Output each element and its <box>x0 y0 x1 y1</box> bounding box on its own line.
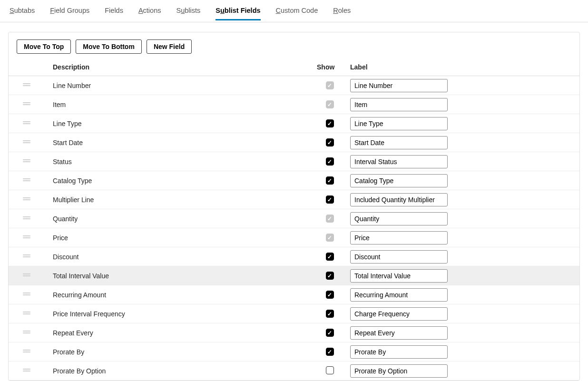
show-checkbox[interactable]: ✓ <box>326 291 334 299</box>
label-input[interactable] <box>350 174 448 187</box>
show-checkbox[interactable]: ✓ <box>326 195 334 204</box>
sublist-fields-panel: Move To Top Move To Bottom New Field Des… <box>8 32 580 381</box>
drag-handle-icon[interactable] <box>23 350 30 354</box>
label-input[interactable] <box>350 231 448 244</box>
table-row[interactable]: Status✓ <box>9 152 579 171</box>
label-input[interactable] <box>350 136 448 149</box>
description-cell: Price Interval Frequency <box>49 304 313 323</box>
table-row[interactable]: Price Interval Frequency✓ <box>9 304 579 323</box>
label-input[interactable] <box>350 364 448 378</box>
drag-handle-icon[interactable] <box>23 254 30 259</box>
table-row[interactable]: Line Number✓ <box>9 76 579 95</box>
table-row[interactable]: Catalog Type✓ <box>9 171 579 190</box>
table-row[interactable]: Start Date✓ <box>9 133 579 152</box>
drag-handle-icon[interactable] <box>23 121 30 126</box>
label-input[interactable] <box>350 98 448 111</box>
label-input[interactable] <box>350 117 448 130</box>
label-input[interactable] <box>350 250 448 264</box>
drag-handle-icon[interactable] <box>23 274 30 278</box>
tab-field-groups[interactable]: Field Groups <box>50 7 89 19</box>
tab-subtabs[interactable]: Subtabs <box>10 7 35 19</box>
tab-sublists[interactable]: Sublists <box>176 7 200 19</box>
tab-sublist-fields[interactable]: Sublist Fields <box>216 7 260 20</box>
label-input[interactable] <box>350 345 448 359</box>
label-input[interactable] <box>350 79 448 92</box>
table-row[interactable]: Prorate By✓ <box>9 342 579 361</box>
description-cell: Line Number <box>49 76 313 95</box>
show-checkbox[interactable]: ✓ <box>326 176 334 185</box>
drag-handle-icon[interactable] <box>23 331 30 335</box>
show-checkbox[interactable] <box>326 366 334 374</box>
col-header-label: Label <box>346 59 579 76</box>
label-input[interactable] <box>350 155 448 168</box>
drag-handle-icon[interactable] <box>23 312 30 316</box>
description-cell: Multiplier Line <box>49 190 313 209</box>
table-row[interactable]: Total Interval Value✓ <box>9 266 579 285</box>
show-checkbox[interactable]: ✓ <box>326 348 334 356</box>
description-cell: Prorate By Option <box>49 361 313 381</box>
tab-custom-code[interactable]: Custom Code <box>276 7 318 19</box>
description-cell: Prorate By <box>49 342 313 361</box>
tab-fields[interactable]: Fields <box>105 7 123 19</box>
col-header-description: Description <box>49 59 313 76</box>
drag-handle-icon[interactable] <box>23 159 30 164</box>
table-row[interactable]: Item✓ <box>9 95 579 114</box>
table-row[interactable]: Line Type✓ <box>9 114 579 133</box>
col-header-show: Show <box>313 59 346 76</box>
description-cell: Recurring Amount <box>49 285 313 304</box>
tab-roles[interactable]: Roles <box>333 7 351 19</box>
description-cell: Discount <box>49 247 313 266</box>
table-row[interactable]: Discount✓ <box>9 247 579 266</box>
drag-handle-icon[interactable] <box>23 140 30 145</box>
table-row[interactable]: Quantity✓ <box>9 209 579 228</box>
label-input[interactable] <box>350 269 448 283</box>
show-checkbox[interactable]: ✓ <box>326 272 334 280</box>
description-cell: Total Interval Value <box>49 266 313 285</box>
tab-actions[interactable]: Actions <box>138 7 161 19</box>
new-field-button[interactable]: New Field <box>147 39 192 54</box>
description-cell: Repeat Every <box>49 323 313 342</box>
label-input[interactable] <box>350 193 448 206</box>
move-to-bottom-button[interactable]: Move To Bottom <box>76 39 142 54</box>
description-cell: Price <box>49 228 313 247</box>
description-cell: Status <box>49 152 313 171</box>
drag-handle-icon[interactable] <box>23 102 30 107</box>
label-input[interactable] <box>350 288 448 302</box>
description-cell: Quantity <box>49 209 313 228</box>
show-checkbox[interactable]: ✓ <box>326 157 334 166</box>
table-row[interactable]: Price✓ <box>9 228 579 247</box>
description-cell: Item <box>49 95 313 114</box>
col-header-handle <box>9 59 49 76</box>
label-input[interactable] <box>350 212 448 225</box>
drag-handle-icon[interactable] <box>23 293 30 297</box>
table-row[interactable]: Recurring Amount✓ <box>9 285 579 304</box>
table-row[interactable]: Prorate By Option <box>9 361 579 381</box>
show-checkbox[interactable]: ✓ <box>326 329 334 337</box>
show-checkbox[interactable]: ✓ <box>326 119 334 127</box>
description-cell: Line Type <box>49 114 313 133</box>
show-checkbox: ✓ <box>326 100 334 108</box>
fields-table: Description Show Label Line Number✓Item✓… <box>9 59 579 381</box>
drag-handle-icon[interactable] <box>23 369 30 373</box>
show-checkbox[interactable]: ✓ <box>326 310 334 318</box>
drag-handle-icon[interactable] <box>23 83 30 88</box>
label-input[interactable] <box>350 307 448 321</box>
description-cell: Catalog Type <box>49 171 313 190</box>
drag-handle-icon[interactable] <box>23 235 30 240</box>
show-checkbox[interactable]: ✓ <box>326 138 334 147</box>
show-checkbox[interactable]: ✓ <box>326 253 334 261</box>
table-row[interactable]: Multiplier Line✓ <box>9 190 579 209</box>
drag-handle-icon[interactable] <box>23 216 30 221</box>
show-checkbox: ✓ <box>326 81 334 89</box>
toolbar: Move To Top Move To Bottom New Field <box>9 32 579 59</box>
move-to-top-button[interactable]: Move To Top <box>17 39 71 54</box>
tabs-bar: SubtabsField GroupsFieldsActionsSublists… <box>0 0 588 22</box>
drag-handle-icon[interactable] <box>23 178 30 183</box>
table-row[interactable]: Repeat Every✓ <box>9 323 579 342</box>
description-cell: Start Date <box>49 133 313 152</box>
drag-handle-icon[interactable] <box>23 197 30 202</box>
label-input[interactable] <box>350 326 448 340</box>
show-checkbox: ✓ <box>326 215 334 223</box>
show-checkbox: ✓ <box>326 234 334 242</box>
